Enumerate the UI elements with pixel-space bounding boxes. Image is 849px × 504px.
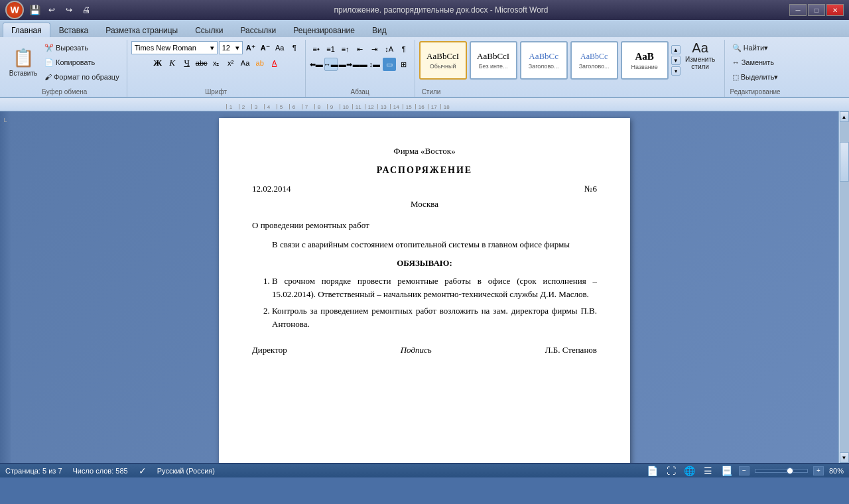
document-scroll-area[interactable]: Фирма «Восток» РАСПОРЯЖЕНИЕ 12.02.2014 №…	[11, 111, 838, 463]
subscript-button[interactable]: х₂	[210, 56, 223, 70]
scrollbar-track[interactable]	[840, 122, 849, 452]
style-scroll-up[interactable]: ▲	[671, 45, 681, 54]
underline-button[interactable]: Ч	[180, 56, 194, 70]
justify-button[interactable]: ▬▬	[354, 58, 367, 71]
font-grow-button[interactable]: A⁺	[244, 41, 257, 54]
tab-review[interactable]: Рецензирование	[285, 23, 363, 37]
copy-button[interactable]: 📄 Копировать	[41, 56, 123, 69]
ruler-mark-11: 11	[352, 104, 365, 109]
vertical-scrollbar[interactable]: ▲ ▼	[838, 111, 849, 463]
view-fullscreen-button[interactable]: ⛶	[665, 464, 678, 477]
superscript-button[interactable]: х²	[224, 56, 237, 70]
zoom-percent[interactable]: 80%	[829, 467, 844, 475]
document-page: Фирма «Восток» РАСПОРЯЖЕНИЕ 12.02.2014 №…	[219, 118, 630, 463]
clear-format-button[interactable]: Aa	[273, 41, 287, 54]
bold-button[interactable]: Ж	[151, 56, 164, 70]
bullets-button[interactable]: ≡•	[310, 42, 323, 56]
tab-layout[interactable]: Разметка страницы	[97, 23, 186, 37]
numbering-button[interactable]: ≡1	[324, 42, 338, 56]
highlight-button[interactable]: ab	[253, 56, 267, 70]
binoculars-icon: 🔍	[732, 44, 742, 52]
italic-button[interactable]: К	[166, 56, 179, 70]
quick-save-btn[interactable]: 💾	[28, 3, 41, 17]
scroll-up-button[interactable]: ▲	[840, 111, 849, 122]
multilevel-list-button[interactable]: ≡↑	[339, 42, 352, 56]
company-name: Фирма «Восток»	[252, 145, 597, 158]
zoom-handle[interactable]	[787, 468, 793, 474]
strikethrough-button[interactable]: abc	[195, 56, 208, 70]
show-all-button[interactable]: ¶	[288, 41, 301, 54]
clipboard-label: Буфер обмена	[42, 88, 87, 95]
zoom-slider[interactable]	[755, 469, 808, 473]
ruler-mark-2: 2	[239, 104, 251, 109]
view-draft-button[interactable]: 📃	[720, 464, 734, 477]
increase-indent-button[interactable]: ⇥	[368, 42, 381, 56]
style-scroll-buttons: ▲ ▼ ▾	[671, 45, 681, 76]
style-normal[interactable]: AaBbCcI Обычный	[419, 41, 467, 80]
tab-view[interactable]: Вид	[363, 23, 395, 37]
ruler-mark-18: 18	[440, 104, 453, 109]
font-shrink-button[interactable]: A⁻	[259, 41, 272, 54]
paste-button[interactable]: 📋 Вставить	[7, 42, 40, 82]
minimize-button[interactable]: ─	[789, 4, 807, 16]
scroll-down-button[interactable]: ▼	[840, 452, 849, 463]
scissors-icon: ✂️	[44, 44, 54, 52]
tab-insert[interactable]: Вставка	[50, 23, 98, 37]
sort-button[interactable]: ↕A	[383, 42, 396, 56]
style-no-spacing[interactable]: AaBbCcI Без инте...	[470, 41, 517, 80]
decrease-indent-button[interactable]: ⇤	[354, 42, 367, 56]
style-heading2[interactable]: AaBbCc Заголово...	[570, 41, 618, 80]
font-label: Шрифт	[205, 88, 227, 95]
font-color-button[interactable]: A	[268, 56, 281, 70]
align-right-button[interactable]: ▬➡	[339, 58, 352, 71]
quick-undo-btn[interactable]: ↩	[45, 3, 58, 17]
scrollbar-thumb[interactable]	[840, 142, 849, 182]
align-left-button[interactable]: ⬅▬	[310, 58, 323, 71]
maximize-button[interactable]: □	[808, 4, 825, 16]
find-button[interactable]: 🔍 Найти ▾	[729, 41, 782, 54]
font-name-selector[interactable]: Times New Roman ▾	[131, 41, 218, 54]
office-button[interactable]: W	[5, 1, 24, 19]
chevron-down-icon: ▾	[235, 44, 239, 52]
zoom-in-button[interactable]: +	[813, 466, 824, 475]
close-button[interactable]: ✕	[826, 4, 844, 16]
tab-mailings[interactable]: Рассылки	[231, 23, 285, 37]
show-marks-button[interactable]: ¶	[397, 42, 411, 56]
tab-references[interactable]: Ссылки	[186, 23, 231, 37]
document-date: 12.02.2014	[252, 182, 291, 196]
language[interactable]: Русский (Россия)	[157, 467, 215, 475]
cut-button[interactable]: ✂️ Вырезать	[41, 41, 123, 54]
ruler-mark-1: 1	[226, 104, 239, 109]
view-print-button[interactable]: 📄	[646, 464, 659, 477]
ruler-mark-15: 15	[403, 104, 415, 109]
shading-button[interactable]: ▭	[383, 58, 396, 71]
clipboard-sub-buttons: ✂️ Вырезать 📄 Копировать 🖌 Формат по обр…	[41, 41, 123, 84]
align-center-button[interactable]: ↔▬	[324, 58, 338, 71]
borders-button[interactable]: ⊞	[397, 58, 411, 71]
format-painter-button[interactable]: 🖌 Формат по образцу	[41, 70, 123, 84]
print-btn[interactable]: 🖨	[80, 3, 93, 17]
paragraph-group-content: ≡• ≡1 ≡↑ ⇤ ⇥ ↕A ¶ ⬅▬ ↔▬ ▬➡ ▬▬ ↕▬ ▭ ⊞	[310, 40, 411, 82]
view-outline-button[interactable]: ☰	[702, 464, 715, 477]
line-spacing-button[interactable]: ↕▬	[368, 58, 381, 71]
text-effects-button[interactable]: Аа	[239, 56, 252, 70]
style-scroll-more[interactable]: ▾	[671, 66, 681, 76]
document-number: №6	[584, 182, 597, 196]
style-heading1[interactable]: AaBbCc Заголово...	[520, 41, 568, 80]
tab-home[interactable]: Главная	[3, 23, 50, 37]
spellcheck-icon[interactable]: ✓	[139, 466, 147, 476]
ruler-mark-4: 4	[264, 104, 277, 109]
select-button[interactable]: ⬚ Выделить ▾	[729, 70, 782, 84]
font-size-selector[interactable]: 12 ▾	[219, 41, 243, 54]
ribbon: Главная Вставка Разметка страницы Ссылки…	[0, 20, 849, 98]
quick-redo-btn[interactable]: ↪	[62, 3, 76, 17]
replace-button[interactable]: ↔ Заменить	[729, 56, 782, 69]
font-selector-row: Times New Roman ▾ 12 ▾ A⁺ A⁻ Aa ¶	[131, 41, 301, 54]
style-title[interactable]: АаВ Название	[621, 41, 669, 80]
change-styles-button[interactable]: Аа Изменить стили	[681, 40, 720, 78]
zoom-out-button[interactable]: −	[739, 466, 750, 475]
chevron-down-icon: ▾	[210, 44, 214, 52]
style-scroll-down[interactable]: ▼	[671, 56, 681, 65]
view-web-button[interactable]: 🌐	[683, 464, 696, 477]
editing-group: 🔍 Найти ▾ ↔ Заменить ⬚ Выделить ▾ Редакт…	[725, 40, 786, 97]
